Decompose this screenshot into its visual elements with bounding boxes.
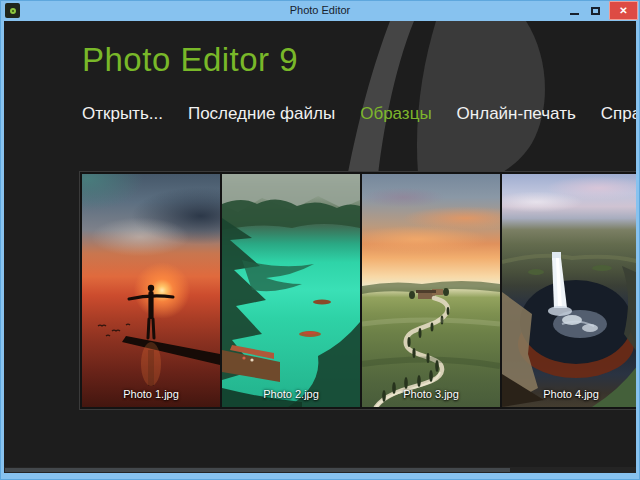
menu-item-open[interactable]: Открыть... [82,104,163,124]
menu-item-samples[interactable]: Образцы [360,104,431,124]
menu-item-online-print[interactable]: Онлайн-печать [457,104,576,124]
menu-item-recent-files[interactable]: Последние файлы [188,104,335,124]
close-icon: ✕ [619,6,627,16]
sample-photo-2[interactable]: Photo 2.jpg [222,174,360,407]
minimize-button[interactable] [564,1,585,20]
minimize-icon [570,13,579,15]
horizontal-scrollbar-thumb[interactable] [5,468,510,472]
main-menu: Открыть... Последние файлы Образцы Онлай… [82,104,636,124]
horizontal-scrollbar[interactable] [4,467,636,473]
photo-filename: Photo 1.jpg [82,388,220,400]
window-controls: ✕ [564,1,638,20]
photo-editor-window: Photo Editor ✕ Photo Editor 9 Открыть...… [0,0,640,480]
maximize-button[interactable] [585,1,606,20]
maximize-icon [591,7,600,15]
sample-photo-1[interactable]: Photo 1.jpg [82,174,220,407]
photo-filename: Photo 3.jpg [362,388,500,400]
close-button[interactable]: ✕ [609,1,638,20]
photo-filename: Photo 4.jpg [502,388,636,400]
app-heading: Photo Editor 9 [82,41,298,79]
samples-panel: Photo 1.jpg [79,171,636,410]
main-content: Photo Editor 9 Открыть... Последние файл… [4,21,636,473]
sample-photo-4[interactable]: Photo 4.jpg [502,174,636,407]
menu-item-help[interactable]: Справка [601,104,636,124]
photo-filename: Photo 2.jpg [222,388,360,400]
window-title: Photo Editor [0,4,640,16]
sample-photo-3[interactable]: Photo 3.jpg [362,174,500,407]
titlebar[interactable]: Photo Editor ✕ [0,0,640,21]
